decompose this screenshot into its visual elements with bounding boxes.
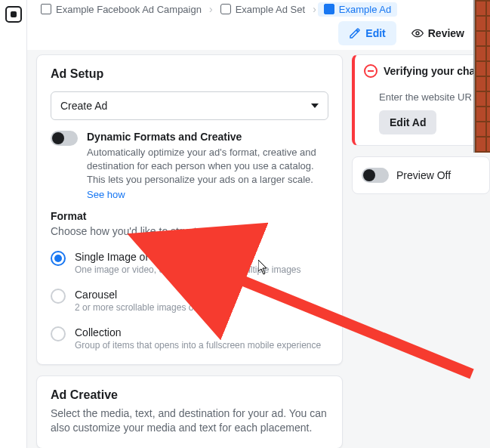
- format-option-desc: 2 or more scrollable images or videos: [75, 302, 328, 313]
- breadcrumb-ad[interactable]: Example Ad: [318, 2, 397, 17]
- breadcrumb: Example Facebook Ad Campaign › Example A…: [27, 0, 490, 17]
- edit-button-label: Edit: [365, 27, 385, 39]
- breadcrumb-adset[interactable]: Example Ad Set: [214, 2, 312, 17]
- edit-ad-button[interactable]: Edit Ad: [379, 110, 436, 134]
- format-option-title: Single Image or Video: [75, 251, 328, 263]
- verify-subtext: Enter the website UR: [379, 91, 480, 103]
- rail-item-more-2[interactable]: [4, 82, 23, 101]
- preview-card: Preview Off: [352, 156, 490, 194]
- breadcrumb-campaign[interactable]: Example Facebook Ad Campaign: [35, 2, 208, 17]
- ad-icon: [324, 4, 334, 14]
- breadcrumb-campaign-label: Example Facebook Ad Campaign: [56, 4, 202, 15]
- brick-background: [473, 0, 490, 153]
- eye-icon: [411, 27, 424, 39]
- dynamic-formats-toggle[interactable]: [51, 131, 78, 146]
- chevron-right-icon: ›: [311, 3, 318, 15]
- chevron-down-icon: [311, 104, 319, 108]
- edit-button[interactable]: Edit: [338, 21, 396, 45]
- chevron-right-icon: ›: [208, 3, 214, 15]
- dynamic-formats-title: Dynamic Formats and Creative: [87, 131, 328, 143]
- right-column: Verifying your chang Enter the website U…: [352, 54, 490, 194]
- verify-heading: Verifying your chang: [384, 65, 488, 77]
- verify-card: Verifying your chang Enter the website U…: [352, 54, 490, 146]
- format-sub: Choose how you'd like to structure your …: [51, 225, 328, 237]
- format-option-title: Collection: [75, 326, 328, 338]
- top-bar: Example Facebook Ad Campaign › Example A…: [27, 0, 490, 50]
- breadcrumb-adset-label: Example Ad Set: [236, 4, 306, 15]
- create-ad-select-value: Create Ad: [60, 100, 107, 112]
- pencil-icon: [349, 27, 361, 39]
- format-option-title: Carousel: [75, 289, 328, 301]
- top-actions: Edit Review: [338, 21, 475, 45]
- ad-creative-card: Ad Creative Select the media, text, and …: [36, 375, 343, 448]
- format-label: Format: [51, 210, 328, 222]
- review-button-label: Review: [428, 27, 464, 39]
- breadcrumb-ad-label: Example Ad: [339, 4, 391, 15]
- format-option-single[interactable]: Single Image or Video One image or video…: [51, 246, 328, 284]
- see-how-link[interactable]: See how: [87, 189, 125, 200]
- dynamic-formats-row: Dynamic Formats and Creative Automatical…: [51, 131, 328, 201]
- ad-setup-card: Ad Setup Create Ad Dynamic Formats and C…: [36, 54, 343, 365]
- rail-item-overview[interactable]: [4, 6, 23, 26]
- preview-toggle[interactable]: [362, 168, 389, 183]
- preview-label: Preview Off: [396, 169, 451, 181]
- left-rail: [0, 0, 27, 448]
- format-option-desc: One image or video, or a slideshow with …: [75, 264, 328, 275]
- radio-icon: [51, 289, 66, 304]
- radio-icon: [51, 326, 66, 341]
- format-option-collection[interactable]: Collection Group of items that opens int…: [51, 322, 328, 352]
- review-button[interactable]: Review: [401, 21, 475, 45]
- radio-icon: [51, 251, 66, 266]
- create-ad-select[interactable]: Create Ad: [51, 91, 328, 120]
- rail-item-more-1[interactable]: [4, 56, 23, 76]
- adset-icon: [220, 4, 231, 14]
- format-option-carousel[interactable]: Carousel 2 or more scrollable images or …: [51, 284, 328, 322]
- ad-creative-desc: Select the media, text, and destination …: [51, 406, 328, 436]
- error-icon: [364, 64, 378, 78]
- format-option-desc: Group of items that opens into a fullscr…: [75, 340, 328, 351]
- ad-setup-heading: Ad Setup: [51, 67, 328, 81]
- dynamic-formats-desc: Automatically optimize your ad's format,…: [87, 146, 328, 187]
- folder-icon: [41, 4, 51, 14]
- ad-creative-heading: Ad Creative: [51, 388, 328, 402]
- main-column: Ad Setup Create Ad Dynamic Formats and C…: [36, 54, 343, 448]
- svg-point-0: [416, 32, 419, 35]
